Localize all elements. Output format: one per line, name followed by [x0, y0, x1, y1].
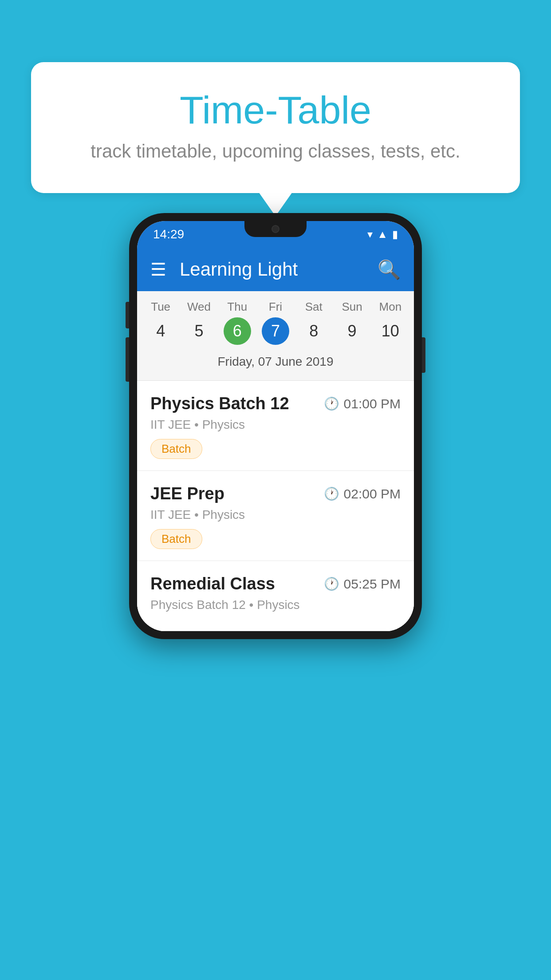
schedule-item-0[interactable]: Physics Batch 12🕐01:00 PMIIT JEE • Physi…: [137, 381, 414, 471]
speech-bubble-section: Time-Table track timetable, upcoming cla…: [31, 62, 520, 193]
days-row: Tue4Wed5Thu6Fri7Sat8Sun9Mon10: [142, 300, 409, 345]
volume-up-button: [126, 302, 129, 328]
schedule-item-1[interactable]: JEE Prep🕐02:00 PMIIT JEE • PhysicsBatch: [137, 471, 414, 561]
schedule-title: Physics Batch 12: [150, 394, 289, 413]
calendar-strip: Tue4Wed5Thu6Fri7Sat8Sun9Mon10 Friday, 07…: [137, 291, 414, 381]
phone-body: 14:29 ▾ ▲ ▮ ☰ Learning Light 🔍 Tue4Wed5T…: [129, 213, 422, 639]
selected-date: Friday, 07 June 2019: [142, 349, 409, 376]
hamburger-menu-icon[interactable]: ☰: [150, 261, 166, 278]
wifi-icon: ▾: [367, 228, 373, 241]
schedule-time: 🕐01:00 PM: [324, 396, 401, 411]
batch-tag: Batch: [150, 529, 202, 549]
speech-bubble-card: Time-Table track timetable, upcoming cla…: [31, 62, 520, 193]
schedule-item-header: Remedial Class🕐05:25 PM: [150, 574, 401, 593]
schedule-list: Physics Batch 12🕐01:00 PMIIT JEE • Physi…: [137, 381, 414, 631]
schedule-subtitle: Physics Batch 12 • Physics: [150, 598, 401, 612]
clock-icon: 🕐: [324, 486, 339, 501]
clock-icon: 🕐: [324, 396, 339, 411]
phone-screen: 14:29 ▾ ▲ ▮ ☰ Learning Light 🔍 Tue4Wed5T…: [137, 221, 414, 631]
status-icons: ▾ ▲ ▮: [367, 228, 398, 241]
day-label: Mon: [379, 300, 402, 314]
day-number: 9: [338, 317, 366, 345]
app-bar: ☰ Learning Light 🔍: [137, 248, 414, 291]
front-camera: [272, 225, 279, 233]
schedule-subtitle: IIT JEE • Physics: [150, 508, 401, 522]
calendar-day-7[interactable]: Fri7: [258, 300, 293, 345]
clock-icon: 🕐: [324, 577, 339, 591]
schedule-time-text: 02:00 PM: [344, 486, 401, 502]
bubble-title: Time-Table: [67, 89, 484, 132]
schedule-time: 🕐02:00 PM: [324, 486, 401, 502]
schedule-title: Remedial Class: [150, 574, 275, 593]
day-label: Fri: [269, 300, 282, 314]
phone-notch: [244, 221, 307, 237]
day-number: 6: [224, 317, 251, 345]
calendar-day-6[interactable]: Thu6: [220, 300, 255, 345]
day-label: Wed: [187, 300, 211, 314]
day-number: 8: [300, 317, 327, 345]
day-number: 5: [185, 317, 213, 345]
app-bar-title: Learning Light: [180, 259, 364, 280]
signal-icon: ▲: [377, 228, 388, 241]
power-button: [422, 337, 425, 373]
schedule-time: 🕐05:25 PM: [324, 577, 401, 592]
day-number: 7: [262, 317, 289, 345]
search-icon[interactable]: 🔍: [378, 259, 401, 281]
day-number: 4: [147, 317, 174, 345]
day-label: Thu: [227, 300, 247, 314]
schedule-time-text: 05:25 PM: [344, 577, 401, 592]
day-label: Sat: [305, 300, 323, 314]
batch-tag: Batch: [150, 439, 202, 459]
schedule-item-header: JEE Prep🕐02:00 PM: [150, 484, 401, 503]
phone-mockup: 14:29 ▾ ▲ ▮ ☰ Learning Light 🔍 Tue4Wed5T…: [129, 213, 422, 639]
schedule-item-header: Physics Batch 12🕐01:00 PM: [150, 394, 401, 413]
schedule-title: JEE Prep: [150, 484, 224, 503]
calendar-day-5[interactable]: Wed5: [181, 300, 216, 345]
status-time: 14:29: [153, 227, 184, 241]
calendar-day-10[interactable]: Mon10: [373, 300, 408, 345]
calendar-day-8[interactable]: Sat8: [296, 300, 331, 345]
calendar-day-9[interactable]: Sun9: [335, 300, 370, 345]
calendar-day-4[interactable]: Tue4: [143, 300, 178, 345]
day-label: Tue: [151, 300, 170, 314]
day-label: Sun: [342, 300, 362, 314]
bubble-subtitle: track timetable, upcoming classes, tests…: [67, 141, 484, 162]
day-number: 10: [377, 317, 404, 345]
battery-icon: ▮: [392, 228, 398, 241]
schedule-item-2[interactable]: Remedial Class🕐05:25 PMPhysics Batch 12 …: [137, 561, 414, 631]
volume-down-button: [126, 337, 129, 382]
schedule-subtitle: IIT JEE • Physics: [150, 418, 401, 432]
schedule-time-text: 01:00 PM: [344, 396, 401, 411]
